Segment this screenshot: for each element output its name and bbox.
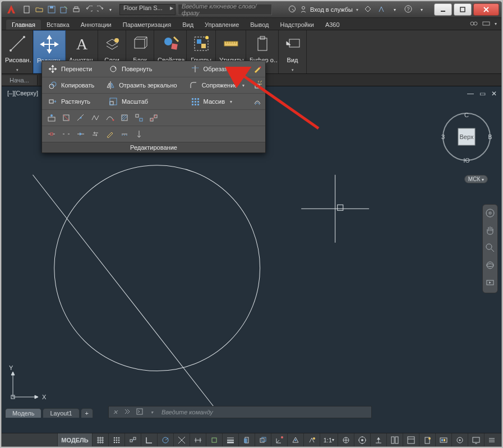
cmd-mirror[interactable]: Отразить зеркально: [103, 78, 179, 92]
ribbon-tab-view[interactable]: Вид: [177, 20, 199, 30]
join-icon[interactable]: [73, 112, 88, 124]
close-button[interactable]: [473, 3, 499, 16]
infer-constraints-icon[interactable]: [124, 433, 141, 446]
plot-button[interactable]: [70, 3, 82, 16]
app-logo[interactable]: [5, 3, 19, 16]
cmd-rotate[interactable]: Повернуть: [106, 62, 181, 76]
edit-array-icon[interactable]: [132, 112, 146, 124]
cmd-copy[interactable]: Копировать: [45, 78, 96, 92]
maximize-button[interactable]: [454, 3, 472, 16]
break-gap-icon[interactable]: [59, 128, 73, 140]
break-at-point-icon[interactable]: [44, 128, 59, 140]
edit-hatch-icon[interactable]: [117, 112, 132, 124]
cmd-fillet[interactable]: Сопряжение ▾: [186, 78, 247, 92]
cmd-history-icon[interactable]: [121, 408, 133, 416]
workspace-icon[interactable]: [354, 433, 370, 446]
delete-duplicates-icon[interactable]: [117, 128, 132, 140]
ribbon-minimize-icon[interactable]: [482, 20, 490, 28]
ribbon-tab-annotate[interactable]: Аннотации: [75, 20, 117, 30]
orbit-icon[interactable]: [485, 260, 495, 272]
viewcube[interactable]: Bерх С Ю В З: [439, 109, 495, 165]
set-base-point-icon[interactable]: [44, 112, 59, 124]
annotation-scale-icon[interactable]: [303, 433, 320, 446]
chevron-down-icon[interactable]: ▾: [234, 67, 238, 72]
saveas-button[interactable]: [58, 3, 70, 16]
search-input[interactable]: Введите ключевое слово/фразу: [178, 4, 272, 15]
annotation-visibility-icon[interactable]: [338, 433, 354, 446]
pan-icon[interactable]: [485, 225, 495, 237]
cmd-trim[interactable]: Обрезать ▾: [188, 62, 246, 76]
reverse-icon[interactable]: [88, 128, 103, 140]
ribbon-tab-parametric[interactable]: Параметризация: [117, 20, 177, 30]
dynamic-ucs-icon[interactable]: [271, 433, 287, 446]
cmd-close-icon[interactable]: ✕: [109, 409, 121, 416]
tab-add[interactable]: +: [81, 408, 93, 418]
ribbon-tab-home[interactable]: Главная: [6, 20, 41, 30]
help-icon[interactable]: ?: [402, 5, 414, 14]
osnap-tracking-icon[interactable]: [190, 433, 206, 446]
help-drop[interactable]: ▾: [416, 7, 428, 12]
transparency-icon[interactable]: [238, 433, 255, 446]
new-button[interactable]: [21, 3, 33, 16]
isometric-icon[interactable]: [173, 433, 190, 446]
qat-more[interactable]: ▾: [107, 3, 114, 16]
cmd-options-icon[interactable]: ▾: [146, 410, 158, 415]
ribbon-more-icon[interactable]: ▾: [495, 21, 497, 26]
document-tab[interactable]: Нача...: [2, 75, 38, 85]
offset-icon[interactable]: [252, 96, 262, 107]
model-space-button[interactable]: МОДЕЛЬ: [57, 433, 91, 446]
lock-ui-icon[interactable]: [419, 433, 435, 446]
customize-status-icon[interactable]: [484, 433, 499, 446]
cmd-stretch[interactable]: Растянуть: [45, 95, 99, 108]
open-button[interactable]: [33, 3, 45, 16]
copy-nested-icon[interactable]: [103, 128, 117, 140]
panel-draw[interactable]: Рисован… ▾: [2, 30, 33, 73]
minimize-button[interactable]: [434, 3, 452, 16]
showmotion-icon[interactable]: [485, 278, 495, 289]
ortho-mode-icon[interactable]: [141, 433, 157, 446]
quick-properties-icon[interactable]: [403, 433, 419, 446]
ribbon-tab-addins[interactable]: Надстройки: [275, 20, 320, 30]
cmd-array[interactable]: Массив ▾: [188, 95, 246, 108]
pencil-icon[interactable]: [252, 64, 262, 74]
edit-spline-icon[interactable]: [103, 112, 117, 124]
ribbon-tab-insert[interactable]: Вставка: [41, 20, 75, 30]
selection-filter-icon[interactable]: [287, 433, 303, 446]
selection-cycle-icon[interactable]: [255, 433, 271, 446]
login-menu[interactable]: Вход в службы ▾: [287, 5, 361, 14]
save-button[interactable]: [45, 3, 58, 16]
cmd-scale[interactable]: Масштаб: [106, 95, 181, 108]
ribbon-tab-manage[interactable]: Управление: [199, 20, 244, 30]
document-title[interactable]: Floor Plan S...: [119, 4, 176, 15]
edit-polyline-icon[interactable]: [88, 112, 103, 124]
snap-mode-icon[interactable]: [108, 433, 124, 446]
steering-wheel-icon[interactable]: [485, 208, 495, 220]
scale-button[interactable]: 1:1 ▾: [320, 433, 338, 446]
join2-icon[interactable]: [73, 128, 88, 140]
align-icon[interactable]: [146, 112, 161, 124]
object-snap-icon[interactable]: [206, 433, 222, 446]
command-line[interactable]: ✕ ▾ Введите команду: [108, 406, 372, 418]
tab-model[interactable]: Модель: [5, 408, 41, 418]
isolate-objects-icon[interactable]: [451, 433, 468, 446]
clean-screen-icon[interactable]: [468, 433, 484, 446]
explode-icon[interactable]: [253, 80, 262, 90]
panel-view[interactable]: Вид ▾: [279, 30, 307, 73]
redo-button[interactable]: [95, 3, 107, 16]
a360-icon[interactable]: [375, 5, 387, 14]
lineweight-icon[interactable]: [222, 433, 238, 446]
chevron-down-icon[interactable]: ▾: [241, 83, 244, 88]
units-icon[interactable]: [386, 433, 403, 446]
exchange-icon[interactable]: [362, 5, 374, 14]
grid-display-icon[interactable]: [92, 433, 108, 446]
annotation-monitor-icon[interactable]: [370, 433, 386, 446]
ucs-badge[interactable]: МСК ▾: [464, 175, 488, 183]
break-icon[interactable]: [59, 112, 73, 124]
tab-layout1[interactable]: Layout1: [43, 408, 79, 418]
undo-button[interactable]: [82, 3, 95, 16]
cmd-move[interactable]: Перенести: [45, 62, 99, 76]
polar-tracking-icon[interactable]: [157, 433, 173, 446]
featured-apps-icon[interactable]: [470, 20, 478, 28]
change-space-icon[interactable]: [132, 128, 146, 140]
ribbon-tab-output[interactable]: Вывод: [244, 20, 274, 30]
